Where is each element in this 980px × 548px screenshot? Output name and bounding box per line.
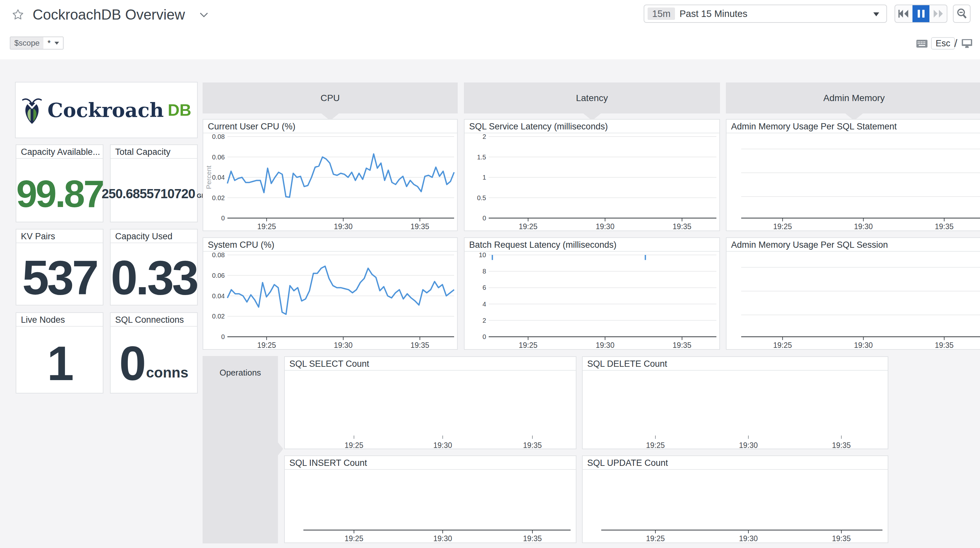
chart-card-admin-memory-statement[interactable]: Admin Memory Usage Per SQL Statement19:2… [726, 119, 980, 231]
chart-title: Admin Memory Usage Per SQL Session [727, 238, 980, 252]
svg-text:8: 8 [482, 268, 486, 275]
keyboard-shortcuts-icon[interactable] [916, 40, 928, 49]
chart-card-system-cpu[interactable]: System CPU (%)00.020.040.060.0819:2519:3… [203, 237, 458, 350]
logo-brand-text: Cockroach [48, 99, 164, 122]
stat-card-capacity-available[interactable]: Capacity Available... 99.87 [16, 145, 103, 222]
fast-forward-button[interactable] [929, 5, 947, 22]
svg-text:0.08: 0.08 [212, 133, 225, 140]
svg-text:19:30: 19:30 [596, 341, 615, 348]
scope-var-name: $scope [10, 37, 43, 49]
svg-text:6: 6 [482, 284, 486, 291]
zoom-out-button[interactable] [953, 5, 970, 23]
svg-text:0.04: 0.04 [212, 174, 225, 181]
esc-key-button[interactable]: Esc [931, 37, 955, 49]
chart-card-sql-delete-count[interactable]: SQL DELETE Count19:2519:3019:35 [582, 356, 888, 449]
svg-text:0: 0 [221, 214, 225, 222]
chart-card-sql-service-latency[interactable]: SQL Service Latency (milliseconds)00.511… [464, 119, 720, 231]
time-range-selector[interactable]: 15m Past 15 Minutes [644, 5, 887, 23]
svg-text:2: 2 [482, 133, 486, 140]
favorite-star-icon[interactable] [12, 8, 24, 21]
svg-text:19:35: 19:35 [673, 341, 692, 348]
svg-text:0.08: 0.08 [212, 252, 225, 259]
chart-card-batch-request-latency[interactable]: Batch Request Latency (milliseconds)0246… [464, 237, 720, 350]
svg-text:19:35: 19:35 [673, 222, 692, 230]
rewind-button[interactable] [895, 5, 912, 22]
chart-card-current-user-cpu[interactable]: Current User CPU (%)00.020.040.060.0819:… [203, 119, 458, 231]
chart-plot: 00.020.040.060.0819:2519:3019:35Percent [203, 133, 457, 230]
svg-text:19:30: 19:30 [854, 222, 873, 230]
chart-plot: 19:2519:3019:35 [285, 470, 576, 542]
svg-text:19:25: 19:25 [773, 341, 792, 348]
svg-text:0: 0 [221, 333, 225, 340]
svg-text:0.04: 0.04 [212, 292, 225, 300]
cockroachdb-logo-card: Cockroach DB [15, 82, 198, 138]
stat-value: 537 [22, 250, 97, 305]
stat-title: SQL Connections [111, 313, 197, 327]
svg-text:Percent: Percent [205, 165, 212, 189]
chart-plot: 19:2519:3019:35 [285, 371, 576, 448]
svg-text:19:25: 19:25 [345, 534, 363, 542]
svg-text:19:30: 19:30 [596, 222, 615, 230]
svg-text:19:30: 19:30 [433, 441, 452, 448]
chart-title: SQL Service Latency (milliseconds) [465, 120, 719, 133]
group-header-cpu[interactable]: CPU [203, 83, 458, 113]
group-header-operations[interactable]: Operations [203, 356, 278, 543]
svg-text:19:35: 19:35 [523, 534, 542, 542]
stat-card-sql-connections[interactable]: SQL Connections 0conns [110, 312, 198, 394]
stat-card-total-capacity[interactable]: Total Capacity 250.6855710720GB [110, 145, 198, 222]
svg-text:0: 0 [482, 214, 486, 222]
stat-value: 0.33 [111, 250, 197, 305]
chart-title: SQL DELETE Count [583, 357, 888, 371]
group-header-latency[interactable]: Latency [464, 83, 720, 113]
chart-title: Admin Memory Usage Per SQL Statement [727, 120, 980, 133]
chart-card-sql-update-count[interactable]: SQL UPDATE Count19:2519:3019:35 [582, 456, 888, 543]
stat-card-kv-pairs[interactable]: KV Pairs 537 [16, 229, 103, 305]
svg-text:19:35: 19:35 [410, 222, 430, 230]
chart-plot: 19:2519:3019:35 [727, 133, 980, 230]
svg-text:19:30: 19:30 [739, 441, 758, 448]
time-range-label: Past 15 Minutes [679, 5, 748, 22]
svg-text:0.5: 0.5 [477, 194, 486, 202]
svg-text:19:25: 19:25 [345, 441, 363, 448]
svg-text:19:35: 19:35 [935, 341, 954, 348]
chart-card-sql-insert-count[interactable]: SQL INSERT Count19:2519:3019:35 [284, 456, 576, 543]
pause-button[interactable] [912, 5, 930, 22]
stat-title: Live Nodes [16, 313, 103, 327]
svg-text:1: 1 [482, 174, 486, 181]
chart-plot: 00.020.040.060.0819:2519:3019:35 [203, 252, 457, 348]
svg-text:2: 2 [482, 317, 486, 324]
playback-controls [894, 5, 947, 23]
chart-title: System CPU (%) [203, 238, 457, 252]
svg-text:19:30: 19:30 [739, 534, 758, 542]
cockroach-bug-icon [22, 96, 42, 124]
title-dropdown-chevron-icon[interactable] [200, 13, 208, 19]
chart-plot: 19:2519:3019:35 [583, 470, 888, 542]
stat-value: 1 [47, 336, 72, 391]
svg-text:19:30: 19:30 [334, 222, 353, 230]
scope-var-value: * [47, 37, 51, 49]
chart-card-admin-memory-session[interactable]: Admin Memory Usage Per SQL Session19:251… [726, 237, 980, 350]
group-header-admin-memory[interactable]: Admin Memory [726, 83, 980, 113]
svg-text:19:25: 19:25 [519, 341, 538, 348]
chart-title: SQL INSERT Count [285, 456, 576, 470]
svg-text:19:30: 19:30 [334, 341, 353, 348]
fullscreen-monitor-icon[interactable] [961, 39, 972, 50]
stat-title: Capacity Available... [16, 145, 103, 159]
svg-text:4: 4 [482, 300, 486, 308]
svg-text:19:35: 19:35 [935, 222, 954, 230]
template-variable-scope[interactable]: $scope * [10, 37, 64, 49]
svg-text:19:25: 19:25 [519, 222, 538, 230]
stat-value: 250.6855710720 [102, 186, 195, 201]
chart-plot: 19:2519:3019:35 [583, 371, 888, 448]
stat-card-capacity-used[interactable]: Capacity Used 0.33 [110, 229, 198, 305]
stat-card-live-nodes[interactable]: Live Nodes 1 [16, 312, 103, 394]
svg-text:0: 0 [482, 333, 486, 340]
svg-text:19:25: 19:25 [646, 534, 665, 542]
chart-card-sql-select-count[interactable]: SQL SELECT Count19:2519:3019:35 [284, 356, 576, 449]
scope-caret-icon [54, 42, 59, 44]
svg-text:0.02: 0.02 [212, 313, 225, 320]
svg-text:0.06: 0.06 [212, 154, 225, 161]
svg-text:1.5: 1.5 [477, 154, 486, 161]
chart-plot: 19:2519:3019:35 [727, 252, 980, 348]
svg-text:19:25: 19:25 [773, 222, 792, 230]
